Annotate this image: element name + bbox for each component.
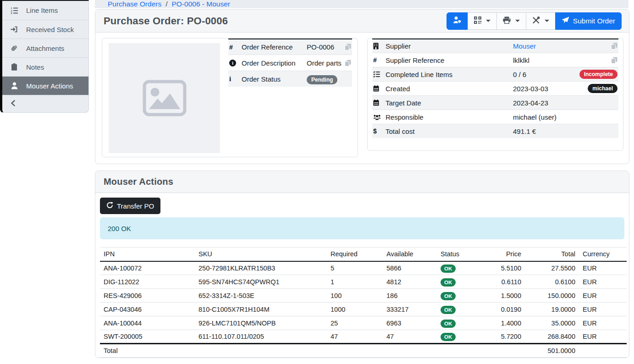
supplier-link[interactable]: Mouser: [513, 42, 536, 50]
mouser-actions-title: Mouser Actions: [104, 176, 173, 187]
col-header-available: Available: [383, 248, 437, 261]
qrcode-icon: [474, 17, 481, 26]
calendar-icon: [373, 99, 386, 106]
sidebar-item-label: Notes: [26, 63, 44, 71]
order-details-section: # Order Reference PO-0006 i Order: [95, 33, 629, 164]
transfer-po-button[interactable]: Transfer PO: [100, 198, 160, 214]
table-row: RES-429006 652-3314Z-1-503E 100 186 OK 1…: [100, 289, 627, 303]
breadcrumb-link-current-order[interactable]: PO-0006 - Mouser: [171, 0, 230, 8]
info-icon: i: [229, 75, 242, 83]
chevron-left-icon: [11, 100, 16, 108]
status-ok-badge: OK: [441, 278, 456, 287]
purchase-order-panel: Purchase Order: PO-0006: [95, 9, 629, 164]
table-total-row: Total 501.0000: [100, 344, 627, 358]
building-icon: [373, 43, 386, 50]
users-icon: [373, 114, 386, 120]
col-header-sku: SKU: [195, 248, 327, 261]
actions-menu-button[interactable]: [526, 12, 556, 30]
barcode-menu-button[interactable]: [468, 12, 497, 30]
sidebar-item-notes[interactable]: Notes: [2, 57, 88, 76]
detail-row-supplier: Supplier Mouser: [372, 39, 618, 53]
copy-icon[interactable]: [345, 44, 351, 50]
detail-row-created: Created 2023-03-03 michael: [372, 81, 618, 95]
app-window: 1 2 3 Line Items Received Sto: [0, 0, 634, 364]
detail-row-completed-line-items: Completed Line Items 0 / 6 Incomplete: [372, 67, 618, 81]
svg-text:3: 3: [11, 12, 12, 14]
list-check-icon: [373, 71, 386, 77]
caret-down-icon: [515, 20, 520, 22]
order-image-placeholder[interactable]: [109, 43, 220, 153]
order-status-badge: Pending: [307, 75, 337, 84]
image-placeholder-icon: [143, 80, 187, 116]
table-row: SWT-200005 611-110.107.011/0205 47 47 OK…: [100, 330, 627, 344]
mouser-actions-panel-header: Mouser Actions: [95, 171, 629, 193]
col-header-ipn: IPN: [100, 248, 195, 261]
supplier-info-card: Supplier Mouser # Supplier Reference: [367, 38, 623, 151]
col-header-total: Total: [525, 248, 579, 261]
sidebar-item-mouser-actions[interactable]: Mouser Actions: [2, 76, 88, 95]
detail-row-total-cost: $ Total cost 491.1 €: [372, 124, 618, 138]
order-toolbar: Submit Order: [447, 12, 622, 30]
col-header-required: Required: [327, 248, 383, 261]
detail-row-target-date: Target Date 2023-04-23: [372, 95, 618, 110]
col-header-status: Status: [437, 248, 484, 261]
sign-in-icon: [9, 26, 19, 33]
submit-order-button[interactable]: Submit Order: [555, 12, 622, 30]
main-content: Purchase Orders / PO-0006 - Mouser Purch…: [89, 0, 634, 364]
purchase-order-panel-header: Purchase Order: PO-0006: [95, 10, 629, 33]
list-ol-icon: 1 2 3: [9, 7, 19, 14]
calendar-icon: [373, 85, 386, 92]
breadcrumb-link-purchase-orders[interactable]: Purchase Orders: [108, 0, 161, 8]
col-header-price: Price: [484, 248, 525, 261]
sidebar-item-line-items[interactable]: 1 2 3 Line Items: [2, 1, 88, 20]
approvals-button[interactable]: [447, 12, 468, 30]
table-row: DIG-112022 595-SN74HCS74QPWRQ1 1 4812 OK…: [100, 275, 627, 289]
status-ok-badge: OK: [441, 333, 456, 341]
detail-row-responsible: Responsible michael (user): [372, 110, 618, 124]
sidebar-item-label: Received Stock: [26, 26, 74, 33]
info-circle-icon: i: [229, 60, 242, 66]
parts-table: IPN SKU Required Available Status Price …: [100, 247, 627, 358]
breadcrumb: Purchase Orders / PO-0006 - Mouser: [95, 0, 628, 8]
status-ok-badge: OK: [441, 265, 456, 273]
dollar-icon: $: [373, 127, 386, 135]
hash-icon: #: [229, 44, 242, 51]
caret-down-icon: [486, 20, 491, 22]
detail-row-order-description: i Order Description Order parts: [228, 55, 352, 71]
sidebar-item-received-stock[interactable]: Received Stock: [2, 20, 88, 39]
table-row: ANA-100072 250-72981KLRATR150B3 5 5866 O…: [100, 261, 627, 275]
table-total-label: Total: [100, 344, 195, 358]
sidebar-item-label: Mouser Actions: [26, 82, 73, 90]
incomplete-badge: Incomplete: [579, 70, 617, 79]
order-info-card: # Order Reference PO-0006 i Order: [102, 38, 358, 157]
copy-icon[interactable]: [611, 43, 617, 50]
status-ok-badge: OK: [441, 306, 456, 314]
status-ok-badge: OK: [441, 292, 456, 300]
sidebar: 1 2 3 Line Items Received Sto: [0, 0, 89, 364]
user-shield-icon: [453, 16, 462, 26]
paperclip-icon: [9, 44, 19, 52]
sidebar-collapse-button[interactable]: [2, 95, 88, 112]
copy-icon[interactable]: [611, 57, 617, 64]
print-menu-button[interactable]: [496, 12, 526, 30]
table-total-value: 501.0000: [525, 344, 579, 358]
detail-row-order-reference: # Order Reference PO-0006: [228, 39, 352, 55]
hash-icon: #: [373, 56, 386, 64]
col-header-currency: Currency: [579, 248, 627, 261]
table-row: ANA-100044 926-LMC7101QM5/NOPB 25 6963 O…: [100, 316, 627, 330]
order-details-table: # Order Reference PO-0006 i Order: [228, 39, 352, 157]
mouser-actions-body: Transfer PO 200 OK IPN SKU Required Avai…: [95, 193, 629, 358]
mouser-actions-panel: Mouser Actions Transfer PO 200 OK: [95, 171, 629, 358]
created-user-badge: michael: [588, 84, 617, 93]
copy-icon[interactable]: [345, 60, 351, 66]
transfer-po-label: Transfer PO: [117, 202, 154, 210]
status-ok-badge: OK: [441, 320, 456, 328]
sidebar-item-attachments[interactable]: Attachments: [2, 39, 88, 57]
supplier-details-table: Supplier Mouser # Supplier Reference: [372, 39, 618, 138]
clipboard-icon: [9, 63, 19, 71]
status-alert: 200 OK: [100, 217, 624, 239]
caret-down-icon: [545, 20, 549, 22]
rotate-icon: [106, 202, 113, 210]
breadcrumb-separator: /: [165, 0, 167, 8]
table-row: CAP-043046 810-C1005X7R1H104M 1000 33321…: [100, 303, 627, 316]
